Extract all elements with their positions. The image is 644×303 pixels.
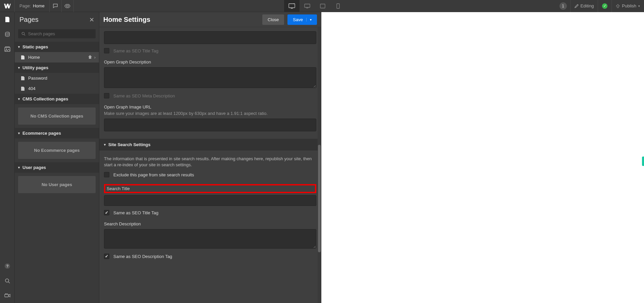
svg-point-10 bbox=[5, 279, 9, 282]
preview-icon[interactable] bbox=[62, 0, 74, 12]
rail-cms-icon[interactable] bbox=[0, 27, 15, 42]
save-button[interactable]: Save ▾ bbox=[287, 14, 317, 25]
section-utility-pages[interactable]: ▾Utility pages bbox=[15, 62, 99, 73]
settings-panel: Home Settings Close Save ▾ Same as SEO T… bbox=[99, 12, 321, 303]
save-label: Save bbox=[293, 17, 303, 22]
editing-mode-btn[interactable]: Editing bbox=[570, 0, 598, 12]
page-name: Home bbox=[33, 3, 45, 8]
og-title-input[interactable] bbox=[104, 31, 316, 44]
og-image-input[interactable] bbox=[104, 119, 316, 131]
canvas-preview[interactable] bbox=[321, 12, 644, 303]
scrollbar-thumb[interactable] bbox=[318, 145, 321, 252]
device-mobile-btn[interactable] bbox=[330, 0, 346, 12]
home-icon bbox=[88, 55, 92, 60]
device-desktop-large-btn[interactable] bbox=[284, 0, 300, 12]
subsection-label: Site Search Settings bbox=[108, 142, 151, 147]
og-image-label: Open Graph Image URL bbox=[104, 104, 316, 110]
page-indicator[interactable]: Page: Home bbox=[15, 0, 50, 12]
search-title-same-checkbox[interactable] bbox=[104, 210, 109, 215]
search-pages-wrap[interactable] bbox=[18, 29, 96, 38]
chevron-right-icon: › bbox=[94, 55, 96, 60]
og-desc-label: Open Graph Description bbox=[104, 59, 316, 64]
svg-rect-0 bbox=[289, 4, 295, 8]
svg-point-13 bbox=[6, 294, 7, 295]
search-title-highlight: Search Title bbox=[104, 184, 316, 193]
device-desktop-btn[interactable] bbox=[300, 0, 315, 12]
check-circle-icon: ✓ bbox=[602, 3, 607, 9]
search-desc-same-checkbox[interactable] bbox=[104, 254, 109, 259]
page-item-password[interactable]: Password bbox=[15, 73, 99, 83]
page-icon bbox=[21, 55, 25, 60]
close-button[interactable]: Close bbox=[262, 14, 284, 25]
svg-rect-11 bbox=[5, 294, 8, 297]
search-title-label: Search Title bbox=[107, 186, 314, 191]
page-icon bbox=[21, 86, 25, 91]
search-pages-input[interactable] bbox=[28, 31, 92, 36]
og-title-same-checkbox[interactable] bbox=[104, 48, 109, 53]
exclude-page-checkbox[interactable] bbox=[104, 172, 109, 177]
svg-point-14 bbox=[22, 32, 24, 35]
chevron-down-icon: ▾ bbox=[306, 18, 312, 21]
notification-badge[interactable]: 1 bbox=[559, 2, 567, 10]
svg-text:?: ? bbox=[6, 264, 8, 268]
section-label: CMS Collection pages bbox=[22, 96, 68, 101]
page-item-404[interactable]: 404 bbox=[15, 83, 99, 94]
rail-search-icon[interactable] bbox=[0, 273, 15, 288]
page-item-label: Home bbox=[28, 55, 40, 60]
topbar: Page: Home 1 Editing ✓ bbox=[0, 0, 644, 12]
rail-video-icon[interactable] bbox=[0, 288, 15, 303]
device-tablet-btn[interactable] bbox=[315, 0, 330, 12]
caret-down-icon: ▾ bbox=[18, 131, 20, 135]
pages-panel: Pages ✕ ▾Static pages Home › ▾Utility pa… bbox=[15, 12, 99, 303]
svg-rect-3 bbox=[337, 4, 339, 8]
page-item-label: 404 bbox=[28, 86, 36, 91]
webflow-logo[interactable] bbox=[0, 0, 15, 12]
search-desc-input[interactable] bbox=[104, 229, 316, 249]
svg-point-4 bbox=[5, 32, 9, 34]
scrollbar-track[interactable] bbox=[318, 27, 321, 303]
section-user-pages[interactable]: ▾User pages bbox=[15, 162, 99, 173]
cms-empty: No CMS Collection pages bbox=[18, 107, 96, 125]
svg-point-12 bbox=[5, 294, 6, 295]
caret-down-icon: ▾ bbox=[18, 166, 20, 169]
search-desc-label: Search Description bbox=[104, 221, 316, 226]
canvas-edge-tab[interactable] bbox=[642, 157, 644, 166]
section-ecommerce-pages[interactable]: ▾Ecommerce pages bbox=[15, 128, 99, 138]
rail-assets-icon[interactable] bbox=[0, 42, 15, 56]
rail-pages-icon[interactable] bbox=[0, 12, 15, 27]
left-rail: ? bbox=[0, 12, 15, 303]
site-search-info: The information that is presented in sit… bbox=[104, 156, 316, 168]
svg-rect-6 bbox=[5, 47, 9, 47]
page-item-label: Password bbox=[28, 76, 47, 81]
publish-label: Publish bbox=[622, 3, 636, 8]
search-icon bbox=[21, 32, 25, 36]
comments-icon[interactable] bbox=[50, 0, 62, 12]
chevron-down-icon: ▾ bbox=[638, 4, 640, 8]
close-icon[interactable]: ✕ bbox=[89, 16, 94, 24]
og-title-same-label: Same as SEO Title Tag bbox=[113, 48, 158, 53]
status-indicator[interactable]: ✓ bbox=[598, 0, 611, 12]
settings-title: Home Settings bbox=[103, 16, 150, 24]
page-item-home[interactable]: Home › bbox=[15, 52, 99, 62]
caret-down-icon: ▾ bbox=[18, 97, 20, 101]
section-label: Static pages bbox=[22, 44, 48, 49]
exclude-page-label: Exclude this page from site search resul… bbox=[113, 172, 194, 177]
section-static-pages[interactable]: ▾Static pages bbox=[15, 42, 99, 52]
svg-point-7 bbox=[6, 49, 7, 50]
publish-button[interactable]: Publish ▾ bbox=[611, 0, 644, 12]
site-search-header[interactable]: ▾ Site Search Settings bbox=[99, 139, 321, 150]
ecommerce-empty: No Ecommerce pages bbox=[18, 142, 96, 159]
svg-rect-2 bbox=[320, 4, 325, 8]
caret-down-icon: ▾ bbox=[104, 143, 106, 146]
svg-rect-1 bbox=[305, 4, 310, 7]
caret-down-icon: ▾ bbox=[18, 45, 20, 49]
search-desc-same-label: Same as SEO Description Tag bbox=[113, 254, 172, 259]
section-cms-pages[interactable]: ▾CMS Collection pages bbox=[15, 94, 99, 104]
caret-down-icon: ▾ bbox=[18, 66, 20, 70]
og-desc-input[interactable] bbox=[104, 67, 316, 88]
rail-help-icon[interactable]: ? bbox=[0, 259, 15, 273]
pages-title: Pages bbox=[19, 16, 39, 24]
search-title-input[interactable] bbox=[104, 195, 316, 206]
og-desc-same-checkbox[interactable] bbox=[104, 93, 109, 98]
section-label: Ecommerce pages bbox=[22, 131, 61, 136]
